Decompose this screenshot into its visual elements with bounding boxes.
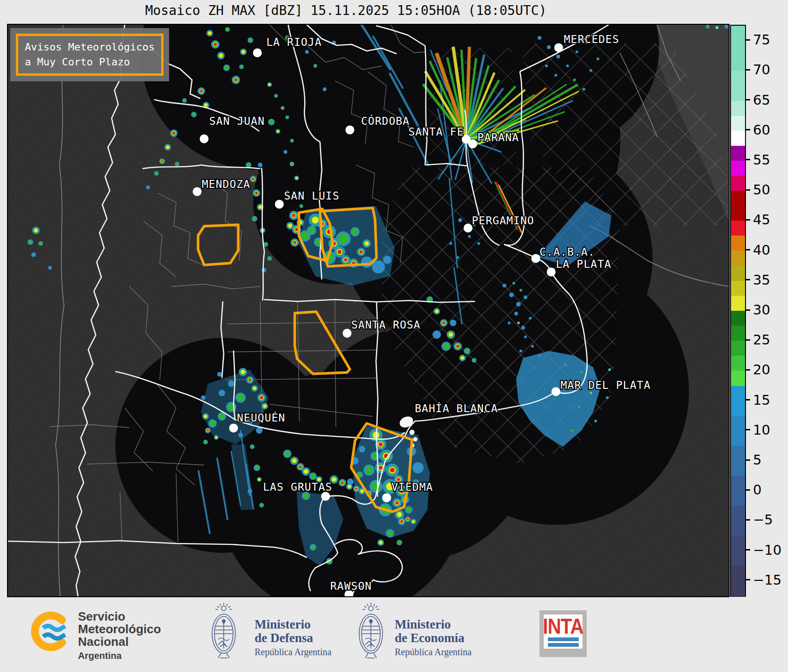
colorbar-tick-label: 10	[753, 422, 770, 438]
storm-cell	[359, 446, 365, 452]
storm-cell	[175, 162, 179, 166]
storm-cell	[250, 444, 255, 449]
colorbar-tick	[745, 459, 750, 461]
storm-cell	[392, 498, 402, 508]
storm-cell	[514, 312, 518, 315]
smn-name-3: Nacional	[78, 636, 161, 648]
storm-cell	[203, 440, 208, 444]
ministerio-defensa: Ministerio de Defensa República Argentin…	[255, 618, 332, 658]
storm-cell	[383, 256, 391, 264]
storm-cell	[386, 464, 399, 477]
storm-cell	[257, 477, 262, 482]
storm-cell	[191, 112, 197, 117]
storm-cell	[377, 539, 384, 546]
storm-cell	[252, 216, 257, 222]
storm-cell	[606, 396, 609, 399]
colorbar-tick	[745, 129, 750, 130]
storm-cell	[257, 393, 266, 402]
storm-cell	[596, 57, 599, 60]
storm-cell	[309, 472, 317, 480]
storm-cell	[217, 52, 225, 59]
storm-cell	[262, 403, 268, 409]
storm-cell	[305, 50, 309, 54]
storm-cell	[202, 413, 209, 420]
storm-cell	[214, 435, 219, 440]
smn-logo-text: Servicio Meteorológico Nacional Argentin…	[78, 610, 161, 662]
storm-cell	[564, 364, 567, 366]
colorbar-segment	[731, 536, 745, 566]
storm-cell	[524, 336, 527, 338]
storm-cell	[456, 256, 459, 259]
city-dot	[275, 200, 284, 209]
colorbar-segment	[731, 356, 745, 371]
city-label: SAN LUIS	[284, 190, 340, 202]
colorbar-tick-label: 5	[753, 452, 761, 468]
city-label: RAWSON	[330, 580, 372, 592]
colorbar-tick-label: −10	[753, 542, 781, 558]
storm-cell	[554, 74, 557, 77]
city-dot	[532, 254, 540, 263]
colorbar-segment	[731, 341, 745, 356]
warning-legend-frame: Avisos Meteorológicos a Muy Corto Plazo	[16, 34, 163, 76]
colorbar-tick-label: −15	[753, 572, 781, 588]
storm-cell	[441, 342, 451, 351]
storm-cell	[31, 252, 36, 257]
storm-cell	[289, 211, 298, 220]
storm-cell	[362, 239, 371, 248]
storm-cell	[529, 317, 532, 320]
storm-cell	[508, 322, 511, 324]
colorbar-tick-label: 30	[753, 302, 770, 318]
economia-sub: República Argentina	[395, 647, 472, 658]
storm-cell	[521, 326, 525, 329]
colorbar-segment	[731, 26, 745, 71]
storm-cell	[397, 540, 402, 545]
storm-cell	[578, 406, 581, 408]
storm-cell	[28, 239, 33, 245]
city-dot	[343, 329, 352, 338]
storm-cell	[232, 76, 240, 84]
colorbar-segment	[731, 251, 745, 266]
storm-cell	[524, 295, 527, 299]
colorbar-segment	[731, 506, 745, 536]
colorbar-tick-label: 35	[753, 272, 770, 288]
city-dot	[321, 492, 330, 501]
smn-country: Argentina	[78, 650, 161, 662]
storm-cell	[433, 330, 441, 339]
ministerio-economia: Ministerio de Economía República Argenti…	[395, 618, 472, 658]
storm-cell	[223, 64, 230, 71]
inta-bar-2	[548, 643, 579, 647]
storm-cell	[573, 79, 576, 81]
city-label: CÓRDOBA	[361, 114, 410, 127]
warning-legend: Avisos Meteorológicos a Muy Corto Plazo	[10, 28, 169, 81]
storm-cell	[170, 129, 177, 137]
storm-cell	[336, 231, 351, 246]
storm-cell	[38, 241, 43, 246]
colorbar-tick	[745, 399, 750, 400]
storm-cell	[253, 189, 260, 197]
storm-cell	[276, 129, 280, 134]
colorbar-segment	[731, 161, 745, 176]
storm-cell	[517, 322, 520, 324]
storm-cell	[347, 479, 354, 485]
storm-cell	[299, 204, 303, 208]
storm-cell	[211, 40, 220, 49]
dbz-colorbar	[730, 25, 746, 597]
storm-cell	[405, 506, 412, 514]
storm-cell	[459, 355, 466, 361]
storm-cell	[268, 119, 275, 125]
storm-cell	[250, 176, 256, 182]
city-label: C.A.B.A.	[540, 246, 595, 258]
storm-cell	[571, 429, 574, 432]
storm-cell	[239, 64, 244, 69]
storm-cell	[458, 218, 462, 222]
colorbar-segment	[731, 101, 745, 116]
storm-cell	[339, 479, 346, 486]
city-label: PARANA	[477, 131, 519, 143]
storm-cell	[566, 64, 569, 67]
radar-mosaic-screen: Mosaico ZH MAX [dBZ] 15.11.2025 15:05HOA…	[0, 0, 788, 672]
storm-cell	[380, 450, 393, 463]
storm-cell	[248, 37, 253, 43]
colorbar-tick	[745, 429, 750, 430]
storm-cell	[363, 465, 375, 476]
storm-cell	[589, 392, 592, 394]
